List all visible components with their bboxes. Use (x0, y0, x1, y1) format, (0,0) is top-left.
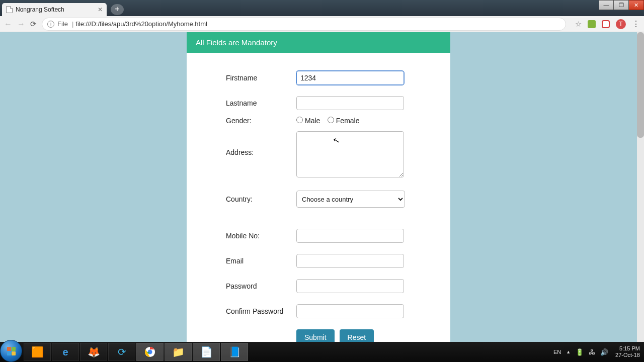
window-controls: — ❐ ✕ (599, 0, 644, 10)
close-window-button[interactable]: ✕ (629, 0, 644, 10)
taskbar-chrome-icon[interactable] (136, 343, 164, 361)
taskbar-explorer-icon[interactable]: 📁 (165, 343, 192, 361)
page-viewport: All Fields are Mandatory Firstname Lastn… (0, 32, 644, 342)
url-scheme: File (57, 20, 68, 28)
close-tab-icon[interactable]: ✕ (98, 6, 103, 13)
radio-female[interactable] (328, 117, 334, 123)
profile-avatar[interactable]: T (616, 19, 626, 29)
firstname-input[interactable] (296, 71, 404, 85)
maximize-button[interactable]: ❐ (614, 0, 629, 10)
taskbar: 🟧 e 🦊 ⟳ 📁 📄 📘 EN ▲ 🔋 🖧 🔊 5:15 PM 27-Oct-… (0, 342, 644, 362)
clock-time: 5:15 PM (615, 345, 640, 352)
radio-female-label[interactable]: Female (328, 117, 360, 125)
mobile-input[interactable] (296, 229, 404, 243)
extension-icon[interactable] (588, 20, 596, 28)
reload-button[interactable]: ⟳ (30, 20, 37, 29)
url-text: file:///D:/files/apu/3rd%20option/Myhome… (75, 20, 207, 28)
clock[interactable]: 5:15 PM 27-Oct-18 (615, 345, 640, 358)
network-icon[interactable]: 🖧 (589, 348, 595, 356)
minimize-button[interactable]: — (599, 0, 614, 10)
confirm-password-input[interactable] (296, 304, 404, 318)
label-country: Country: (226, 195, 296, 203)
form-header: All Fields are Mandatory (187, 32, 450, 53)
clock-date: 27-Oct-18 (615, 352, 640, 358)
radio-male-label[interactable]: Male (296, 117, 320, 125)
browser-tab-strip: Nongrang Softech ✕ + — ❐ ✕ (0, 0, 644, 16)
radio-male[interactable] (296, 117, 303, 123)
taskbar-firefox-icon[interactable]: 🦊 (80, 343, 107, 361)
country-select[interactable]: Choose a country (296, 191, 405, 208)
label-firstname: Firstname (226, 74, 296, 82)
new-tab-button[interactable]: + (111, 4, 124, 15)
label-mobile: Mobile No: (226, 232, 296, 240)
forward-button[interactable]: → (17, 20, 25, 29)
address-bar[interactable]: i File | file:///D:/files/apu/3rd%20opti… (42, 18, 566, 31)
start-button[interactable] (0, 340, 22, 362)
tray-expand-icon[interactable]: ▲ (566, 349, 571, 354)
taskbar-sync-icon[interactable]: ⟳ (108, 343, 135, 361)
bookmark-icon[interactable]: ☆ (575, 20, 582, 29)
form-card: All Fields are Mandatory Firstname Lastn… (187, 32, 450, 354)
label-email: Email (226, 257, 296, 265)
email-input[interactable] (296, 254, 404, 268)
volume-icon[interactable]: 🔊 (600, 348, 608, 356)
browser-tab[interactable]: Nongrang Softech ✕ (2, 3, 107, 16)
label-confirm: Confirm Password (226, 307, 296, 315)
label-address: Address: (226, 131, 296, 156)
browser-toolbar: ← → ⟳ i File | file:///D:/files/apu/3rd%… (0, 16, 644, 32)
file-icon (6, 6, 13, 13)
taskbar-editor-icon[interactable]: 📄 (193, 343, 220, 361)
taskbar-ie-icon[interactable]: e (52, 343, 79, 361)
label-gender: Gender: (226, 117, 296, 125)
site-info-icon[interactable]: i (47, 21, 54, 28)
password-input[interactable] (296, 279, 404, 293)
battery-icon[interactable]: 🔋 (576, 348, 584, 356)
lastname-input[interactable] (296, 96, 404, 110)
extension-icon[interactable] (602, 20, 610, 28)
label-password: Password (226, 282, 296, 290)
menu-icon[interactable]: ⋮ (632, 19, 640, 29)
taskbar-media-player-icon[interactable]: 🟧 (24, 343, 51, 361)
taskbar-notes-icon[interactable]: 📘 (221, 343, 248, 361)
back-button[interactable]: ← (4, 20, 12, 29)
tab-title: Nongrang Softech (16, 6, 64, 13)
language-indicator[interactable]: EN (553, 349, 561, 355)
system-tray: EN ▲ 🔋 🖧 🔊 5:15 PM 27-Oct-18 (553, 345, 641, 358)
address-textarea[interactable] (296, 131, 404, 177)
label-lastname: Lastname (226, 99, 296, 107)
